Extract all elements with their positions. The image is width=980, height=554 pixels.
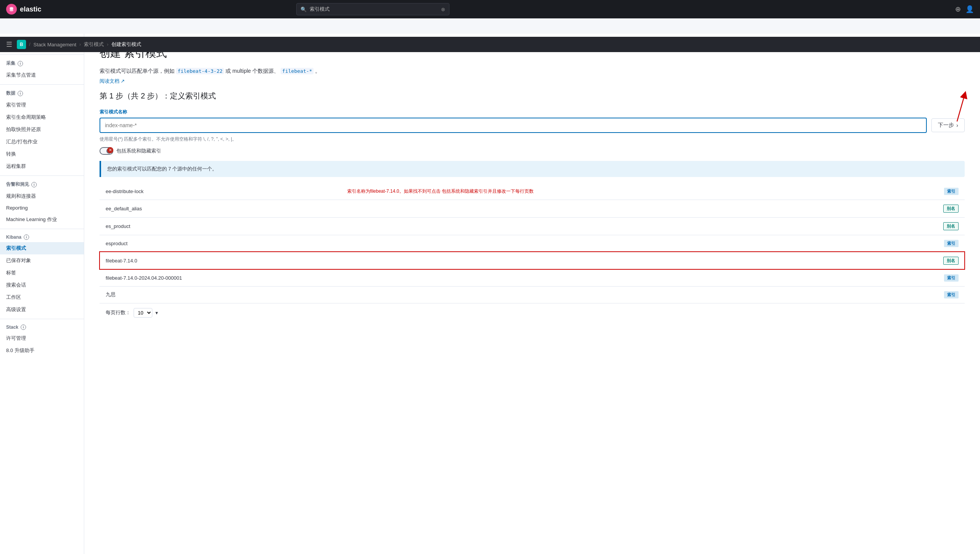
index-pattern-input[interactable]: [100, 118, 927, 133]
sidebar-section-data: 数据 i 索引管理 索引生命周期策略 拍取快照并还原 汇总/打包作业 转换 远程…: [0, 88, 84, 172]
sidebar-divider-4: [0, 229, 84, 229]
page-description: 索引模式可以匹配单个源，例如 filebeat-4-3-22 或 multipl…: [100, 67, 965, 75]
sidebar-section-kibana: Kibana i 索引模式 已保存对象 标签 搜索会话 工作区 高级设置: [0, 232, 84, 316]
chevron-right-icon: ›: [956, 122, 958, 128]
row-name: filebeat-7.14.0: [100, 252, 344, 269]
alerts-info-icon[interactable]: i: [31, 182, 37, 187]
sidebar-item-upgrade-assistant[interactable]: 8.0 升级助手: [0, 344, 84, 357]
row-message: 索引名称为filebeat-7.14.0。如果找不到可点击 包括系统和隐藏索引引…: [344, 183, 895, 200]
search-icon: 🔍: [301, 7, 307, 12]
example-code-1: filebeat-4-3-22: [176, 68, 224, 74]
sidebar-item-reporting[interactable]: Reporting: [0, 202, 84, 213]
row-badge: 别名: [895, 252, 965, 269]
sidebar-section-ingest: 采集 i 采集节点管道: [0, 58, 84, 81]
row-empty: [344, 217, 895, 235]
row-empty: [344, 286, 895, 303]
index-sources-table: ee-distribute-lock索引名称为filebeat-7.14.0。如…: [100, 183, 965, 303]
row-badge: 索引: [895, 286, 965, 303]
sidebar-section-title-ingest: 采集 i: [0, 58, 84, 69]
sidebar-divider-2: [0, 84, 84, 85]
hint-text: 使用星号(*) 匹配多个索引。不允许使用空格和字符 \, /, ?, ", <,…: [100, 136, 965, 143]
sidebar-section-alerts: 告警和洞见 i 规则和连接器 Reporting Machine Learnin…: [0, 179, 84, 226]
sidebar-item-license[interactable]: 许可管理: [0, 332, 84, 344]
stack-info-icon[interactable]: i: [21, 325, 26, 330]
sidebar-item-rules[interactable]: 规则和连接器: [0, 190, 84, 202]
badge-label: 索引: [944, 188, 959, 195]
row-empty: [344, 269, 895, 286]
sidebar-item-remote-cluster[interactable]: 远程集群: [0, 160, 84, 172]
badge-label: 别名: [943, 257, 959, 265]
ingest-info-icon[interactable]: i: [18, 61, 23, 66]
sidebar-item-ilm[interactable]: 索引生命周期策略: [0, 111, 84, 123]
sidebar-item-ingest-pipeline[interactable]: 采集节点管道: [0, 69, 84, 81]
system-indices-toggle[interactable]: ✕: [100, 147, 113, 155]
sidebar-item-search-sessions[interactable]: 搜索会话: [0, 279, 84, 291]
row-badge: 别名: [895, 217, 965, 235]
pagination-size-select[interactable]: 10 25 50: [134, 308, 152, 318]
external-link-icon: ↗: [121, 78, 125, 84]
sidebar-section-title-kibana: Kibana i: [0, 232, 84, 242]
row-empty: [344, 200, 895, 217]
sidebar-section-title-alerts: 告警和洞见 i: [0, 179, 84, 190]
sidebar-item-workspace[interactable]: 工作区: [0, 291, 84, 303]
row-name: ee_default_alias: [100, 200, 344, 217]
table-row: filebeat-7.14.0别名: [100, 252, 965, 269]
main-content: 创建 索引模式 索引模式可以匹配单个源，例如 filebeat-4-3-22 或…: [84, 34, 980, 554]
kibana-info-icon[interactable]: i: [24, 234, 29, 240]
sidebar-item-snapshot[interactable]: 拍取快照并还原: [0, 123, 84, 136]
toggle-label: 包括系统和隐藏索引: [116, 148, 161, 154]
sidebar-item-saved-objects[interactable]: 已保存对象: [0, 254, 84, 267]
sidebar-divider-1: [0, 54, 84, 55]
sidebar-item-index-management[interactable]: 索引管理: [0, 99, 84, 111]
sidebar-item-ml[interactable]: Machine Learning 作业: [0, 213, 84, 226]
info-banner: 您的索引模式可以匹配您的 7 个源中的任何一个。: [100, 161, 965, 177]
global-search-bar[interactable]: 🔍 ⊗: [296, 3, 449, 15]
main-layout: ⚙ 管理 采集 i 采集节点管道 数据 i 索引管理 索引生命周期策略 拍取快照…: [0, 34, 980, 554]
table-row: ee-distribute-lock索引名称为filebeat-7.14.0。如…: [100, 183, 965, 200]
data-info-icon[interactable]: i: [18, 91, 23, 96]
table-row: 九思索引: [100, 286, 965, 303]
example-code-2: filebeat-*: [281, 68, 314, 74]
step-title: 第 1 步（共 2 步）：定义索引模式: [100, 91, 965, 101]
row-badge: 索引: [895, 269, 965, 286]
sidebar-item-rollup[interactable]: 汇总/打包作业: [0, 136, 84, 148]
next-step-button[interactable]: 下一步 ›: [931, 118, 965, 132]
sidebar-item-tags[interactable]: 标签: [0, 267, 84, 279]
breadcrumb-bar: ☰ B / Stack Management › 索引模式 › 创建索引模式: [0, 37, 980, 52]
elastic-wordmark: elastic: [20, 5, 41, 13]
sidebar-divider-5: [0, 319, 84, 319]
doc-link[interactable]: 阅读文档 ↗: [100, 78, 125, 85]
user-menu-icon[interactable]: 👤: [965, 5, 974, 13]
row-name: esproduct: [100, 235, 344, 252]
sidebar-item-advanced-settings[interactable]: 高级设置: [0, 303, 84, 316]
app-icon: B: [17, 40, 26, 49]
table-row: ee_default_alias别名: [100, 200, 965, 217]
sidebar-divider-3: [0, 175, 84, 176]
pagination-chevron[interactable]: ▾: [155, 310, 158, 316]
sidebar-item-index-patterns[interactable]: 索引模式: [0, 242, 84, 254]
row-name: filebeat-7.14.0-2024.04.20-000001: [100, 269, 344, 286]
sidebar-toggle[interactable]: ☰: [6, 40, 12, 49]
sidebar-section-title-stack: Stack i: [0, 322, 84, 332]
global-search-input[interactable]: [310, 7, 438, 12]
toggle-row: ✕ 包括系统和隐藏索引: [100, 147, 965, 155]
elastic-logo[interactable]: elastic: [6, 4, 41, 15]
sidebar-section-title-data: 数据 i: [0, 88, 84, 99]
badge-label: 别名: [943, 222, 959, 230]
sidebar-section-stack: Stack i 许可管理 8.0 升级助手: [0, 322, 84, 357]
badge-label: 索引: [944, 240, 959, 247]
svg-point-1: [10, 9, 13, 11]
top-navigation: elastic 🔍 ⊗ ⊕ 👤: [0, 0, 980, 18]
row-name: ee-distribute-lock: [100, 183, 344, 200]
row-badge: 别名: [895, 200, 965, 217]
badge-label: 索引: [944, 291, 959, 298]
badge-label: 索引: [944, 274, 959, 282]
search-clear-icon[interactable]: ⊗: [441, 7, 445, 12]
breadcrumb-index-patterns[interactable]: 索引模式: [84, 41, 104, 48]
sidebar: ⚙ 管理 采集 i 采集节点管道 数据 i 索引管理 索引生命周期策略 拍取快照…: [0, 34, 84, 554]
row-badge: 索引: [895, 235, 965, 252]
pagination-row: 每页行数： 10 25 50 ▾: [100, 303, 965, 322]
breadcrumb-stack-management[interactable]: Stack Management: [33, 42, 76, 48]
help-icon[interactable]: ⊕: [955, 5, 961, 13]
sidebar-item-transform[interactable]: 转换: [0, 148, 84, 160]
